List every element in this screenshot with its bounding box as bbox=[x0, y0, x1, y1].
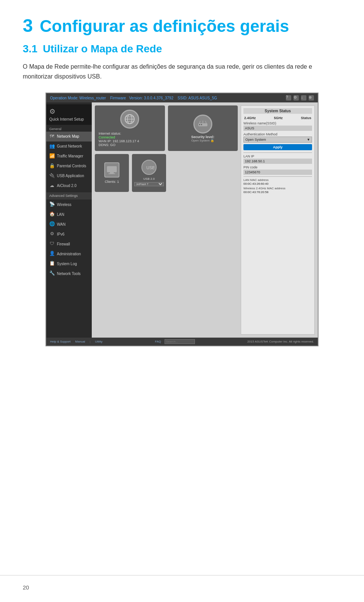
wan-icon: 🌐 bbox=[49, 222, 55, 227]
map-top-row: Internet status: Connected WAN IP: 192.1… bbox=[95, 105, 238, 151]
sidebar-network-map-label: Network Map bbox=[57, 134, 79, 139]
svg-rect-7 bbox=[201, 124, 202, 125]
svg-rect-6 bbox=[199, 124, 200, 125]
utility-link[interactable]: Utility bbox=[95, 340, 103, 343]
auth-method-value: Open System bbox=[245, 138, 266, 141]
sidebar-network-tools-label: Network Tools bbox=[57, 271, 81, 276]
firewall-icon: 🛡 bbox=[49, 241, 55, 247]
client-icon bbox=[104, 162, 119, 178]
sidebar-item-usb-application[interactable]: 🔌 USB Application bbox=[46, 171, 92, 181]
sidebar-item-network-tools[interactable]: 🔧 Network Tools bbox=[46, 269, 92, 278]
mode-value: Wireless_router bbox=[79, 96, 106, 100]
svg-line-8 bbox=[199, 121, 200, 123]
sidebar-aicloud-label: AiCloud 2.0 bbox=[57, 183, 77, 188]
page-number: 20 bbox=[23, 584, 29, 591]
ssid-label: SSID: bbox=[177, 96, 187, 100]
section-title: Utilizar o Mapa de Rede bbox=[43, 43, 162, 55]
client-box[interactable]: Clients: 1 bbox=[95, 154, 129, 192]
usb-box[interactable]: USB USB 2.0 JetFlash T bbox=[132, 154, 166, 192]
router-body: ⚙ Quick Internet Setup General 🗺 Network… bbox=[46, 102, 318, 338]
system-status-panel: System Status 2.4GHz 5GHz Status Wireles… bbox=[241, 105, 315, 335]
search-input[interactable] bbox=[165, 339, 195, 344]
topbar-icon-2: ⚙ bbox=[293, 95, 299, 101]
router-bottombar: Help & Support Manual | Utility FAQ 2015… bbox=[46, 338, 318, 346]
client-label: Clients: 1 bbox=[105, 180, 119, 184]
dropdown-arrow-icon: ▼ bbox=[307, 138, 310, 141]
lock-icon: 🔓 bbox=[210, 139, 214, 142]
sys-status-title: System Status bbox=[243, 108, 312, 114]
usb-label: USB 2.0 bbox=[143, 177, 155, 181]
usb-icon: USB bbox=[141, 160, 157, 175]
version-value: 3.0.0.4.376_3792 bbox=[144, 96, 173, 100]
network-map-icon: 🗺 bbox=[49, 134, 55, 139]
status-value: Connected bbox=[99, 135, 161, 139]
help-support-link[interactable]: Help & Support bbox=[50, 340, 71, 343]
usb-application-icon: 🔌 bbox=[49, 173, 55, 179]
sidebar-item-ipv6[interactable]: ⚙ IPv6 bbox=[46, 229, 92, 239]
sidebar-item-network-map[interactable]: 🗺 Network Map bbox=[46, 132, 92, 141]
sidebar-item-system-log[interactable]: 📋 System Log bbox=[46, 259, 92, 269]
topbar-icon-1: ? bbox=[286, 95, 291, 101]
internet-box[interactable]: Internet status: Connected WAN IP: 192.1… bbox=[95, 105, 165, 151]
divider-1 bbox=[243, 152, 312, 153]
router-content: Internet status: Connected WAN IP: 192.1… bbox=[92, 102, 318, 338]
router-box[interactable]: Security level: Open System 🔓 bbox=[168, 105, 238, 151]
guest-network-icon: 👥 bbox=[49, 144, 55, 149]
pin-code-value: 12345670 bbox=[243, 170, 312, 175]
separator: | bbox=[90, 340, 91, 343]
sidebar-item-lan[interactable]: 🏠 LAN bbox=[46, 209, 92, 219]
sidebar-item-aicloud[interactable]: ☁ AiCloud 2.0 bbox=[46, 181, 92, 191]
status-label: Internet status: bbox=[99, 132, 161, 135]
apply-button[interactable]: Apply bbox=[243, 144, 312, 150]
faq-link[interactable]: FAQ bbox=[155, 340, 161, 343]
sidebar-quick-setup-label: Quick Internet Setup bbox=[49, 117, 84, 122]
sidebar-item-firewall[interactable]: 🛡 Firewall bbox=[46, 239, 92, 249]
firmware-label: Firmware bbox=[110, 96, 126, 100]
sidebar-item-quick-setup[interactable]: ⚙ Quick Internet Setup bbox=[46, 104, 92, 124]
network-map-area: Internet status: Connected WAN IP: 192.1… bbox=[95, 105, 238, 335]
sidebar-item-wan[interactable]: 🌐 WAN bbox=[46, 219, 92, 229]
quick-setup-icon: ⚙ bbox=[49, 107, 55, 116]
sidebar-usb-application-label: USB Application bbox=[57, 173, 84, 178]
router-sidebar: ⚙ Quick Internet Setup General 🗺 Network… bbox=[46, 102, 92, 338]
sidebar-item-traffic-manager[interactable]: 📶 Traffic Manager bbox=[46, 151, 92, 161]
internet-status: Internet status: Connected WAN IP: 192.1… bbox=[99, 132, 161, 147]
sidebar-item-administration[interactable]: 👤 Administration bbox=[46, 249, 92, 259]
svg-line-10 bbox=[206, 121, 206, 123]
sidebar-item-parental-controls[interactable]: 🔒 Parental Controls bbox=[46, 161, 92, 171]
usb-device-select[interactable]: JetFlash T bbox=[134, 182, 164, 186]
lan-icon: 🏠 bbox=[49, 212, 55, 217]
sidebar-item-guest-network[interactable]: 👥 Guest Network bbox=[46, 141, 92, 151]
sidebar-lan-label: LAN bbox=[57, 212, 64, 217]
administration-icon: 👤 bbox=[49, 251, 55, 256]
divider-2 bbox=[243, 176, 312, 177]
wireless-icon: 📡 bbox=[49, 202, 55, 207]
parental-controls-icon: 🔒 bbox=[49, 163, 55, 169]
mode-label: Operation Mode: bbox=[50, 96, 78, 100]
wan-ip: WAN IP: 192.168.123.17 4 bbox=[99, 139, 161, 143]
lan-mac-label: LAN MAC address bbox=[243, 178, 312, 182]
security-label: Security level: bbox=[191, 135, 214, 139]
col-status: Status bbox=[301, 116, 311, 120]
router-main: Internet status: Connected WAN IP: 192.1… bbox=[92, 102, 318, 338]
sidebar-item-wireless[interactable]: 📡 Wireless bbox=[46, 200, 92, 209]
svg-rect-13 bbox=[108, 173, 115, 174]
chapter-header: 3 Configurar as definições gerais bbox=[23, 15, 341, 36]
sidebar-wan-label: WAN bbox=[57, 222, 66, 227]
sidebar-ipv6-label: IPv6 bbox=[57, 232, 64, 237]
sidebar-advanced-label: Advanced Settings bbox=[46, 192, 92, 200]
bottombar-left: Help & Support Manual | Utility bbox=[50, 340, 102, 343]
ddns: DDNS: GO bbox=[99, 143, 161, 147]
chapter-title: Configurar as definições gerais bbox=[40, 17, 289, 36]
section-number: 3.1 bbox=[23, 43, 38, 55]
topbar-icon-3: ↓ bbox=[301, 95, 306, 101]
sidebar-guest-network-label: Guest Network bbox=[57, 144, 82, 149]
map-bottom-row: Clients: 1 USB USB 2.0 bbox=[95, 154, 238, 192]
manual-link[interactable]: Manual bbox=[75, 340, 85, 343]
auth-method-dropdown[interactable]: Open System ▼ bbox=[243, 137, 312, 143]
wireless-mac-value: 00:0C:43:76:20:58 bbox=[243, 190, 312, 194]
description: O Mapa de Rede permite-lhe configurar as… bbox=[23, 62, 334, 81]
router-device-icon bbox=[193, 115, 212, 134]
auth-method-label: Authentication Method bbox=[243, 132, 312, 136]
ssid-value: ASUS ASUS_5G bbox=[188, 96, 217, 100]
